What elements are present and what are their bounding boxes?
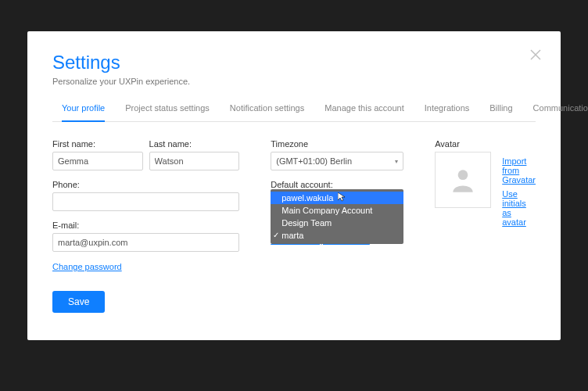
first-name-input[interactable] (52, 152, 143, 170)
avatar-label: Avatar (435, 139, 491, 149)
change-password-link[interactable]: Change password (52, 262, 122, 271)
email-label: E-mail: (52, 221, 239, 230)
tab-communication[interactable]: Communication (533, 103, 588, 121)
tab-manage-account[interactable]: Manage this account (324, 103, 404, 121)
dropdown-option-label: marta (281, 231, 303, 240)
dropdown-option[interactable]: ✓ marta (271, 229, 403, 242)
dropdown-option-label: pawel.wakula (281, 193, 333, 203)
profile-form: First name: Last name: Phone: E-mail: Ch… (52, 139, 239, 313)
timezone-value: (GMT+01:00) Berlin (276, 156, 352, 166)
last-name-input[interactable] (149, 152, 240, 170)
first-name-label: First name: (52, 139, 143, 149)
dropdown-option[interactable]: Main Company Account (271, 204, 403, 217)
timezone-select[interactable]: (GMT+01:00) Berlin ▾ (271, 152, 403, 170)
tab-integrations[interactable]: Integrations (425, 103, 469, 121)
timezone-label: Timezone (271, 139, 403, 149)
settings-modal: Settings Personalize your UXPin experien… (27, 31, 561, 340)
page-subtitle: Personalize your UXPin experience. (52, 77, 536, 86)
save-button[interactable]: Save (52, 291, 105, 313)
person-icon (448, 165, 478, 195)
last-name-label: Last name: (149, 139, 240, 149)
svg-marker-2 (338, 192, 345, 201)
phone-input[interactable] (52, 192, 239, 211)
avatar-placeholder[interactable] (435, 152, 491, 208)
tab-project-status[interactable]: Project status settings (125, 103, 210, 121)
dropdown-option[interactable]: Design Team (271, 217, 403, 229)
phone-label: Phone: (52, 180, 239, 189)
email-input[interactable] (52, 233, 239, 252)
avatar-section: Avatar Import from Gravatar Use initials… (435, 139, 536, 313)
tab-billing[interactable]: Billing (489, 103, 512, 121)
tab-notification[interactable]: Notification settings (230, 103, 304, 121)
svg-point-3 (458, 170, 468, 180)
import-gravatar-link[interactable]: Import from Gravatar (502, 156, 536, 185)
default-account-label: Default account: (271, 180, 403, 189)
close-icon[interactable] (529, 48, 542, 61)
chevron-down-icon: ▾ (395, 158, 398, 165)
page-title: Settings (52, 52, 536, 74)
timezone-account-section: Timezone (GMT+01:00) Berlin ▾ Default ac… (271, 139, 403, 313)
tabs: Your profile Project status settings Not… (52, 103, 536, 122)
dropdown-option[interactable]: pawel.wakula (271, 192, 403, 204)
check-icon: ✓ (273, 231, 279, 239)
cursor-icon (338, 192, 347, 203)
use-initials-link[interactable]: Use initials as avatar (502, 189, 536, 227)
default-account-dropdown[interactable]: pawel.wakula Main Company Account Design… (271, 189, 403, 244)
tab-your-profile[interactable]: Your profile (62, 103, 105, 122)
